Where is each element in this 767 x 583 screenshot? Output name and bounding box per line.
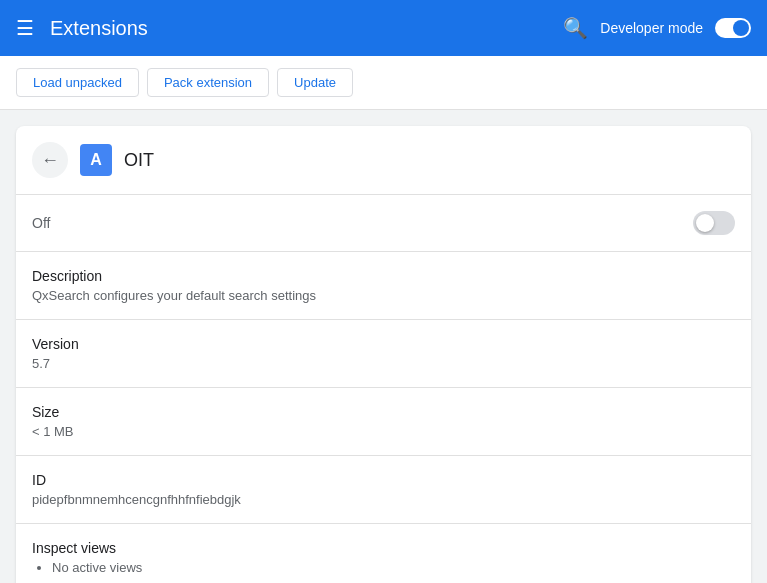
extension-toggle[interactable]	[693, 211, 735, 235]
size-section: Size < 1 MB	[16, 388, 751, 456]
header-left: ☰ Extensions	[16, 16, 148, 40]
id-section: ID pidepfbnmnemhcencgnfhhfnfiebdgjk	[16, 456, 751, 524]
load-unpacked-button[interactable]: Load unpacked	[16, 68, 139, 97]
size-label: Size	[32, 404, 735, 420]
search-icon[interactable]: 🔍	[563, 16, 588, 40]
description-label: Description	[32, 268, 735, 284]
extension-toggle-knob	[696, 214, 714, 232]
pack-extension-button[interactable]: Pack extension	[147, 68, 269, 97]
extension-detail-panel: ← A OIT Off Description QxSearch configu…	[16, 126, 751, 583]
status-label: Off	[32, 215, 50, 231]
size-value: < 1 MB	[32, 424, 735, 439]
description-section: Description QxSearch configures your def…	[16, 252, 751, 320]
extension-header: ← A OIT	[16, 126, 751, 195]
description-value: QxSearch configures your default search …	[32, 288, 735, 303]
hamburger-icon[interactable]: ☰	[16, 16, 34, 40]
extension-name: OIT	[124, 150, 154, 171]
status-row: Off	[16, 195, 751, 252]
app-header: ☰ Extensions 🔍 Developer mode	[0, 0, 767, 56]
version-label: Version	[32, 336, 735, 352]
header-right: 🔍 Developer mode	[563, 16, 751, 40]
version-value: 5.7	[32, 356, 735, 371]
developer-mode-label: Developer mode	[600, 20, 703, 36]
version-section: Version 5.7	[16, 320, 751, 388]
inspect-views-section: Inspect views No active views	[16, 524, 751, 583]
toolbar: Load unpacked Pack extension Update	[0, 56, 767, 110]
toggle-knob	[733, 20, 749, 36]
no-active-views-item: No active views	[52, 560, 735, 575]
update-button[interactable]: Update	[277, 68, 353, 97]
developer-mode-toggle[interactable]	[715, 18, 751, 38]
back-button[interactable]: ←	[32, 142, 68, 178]
inspect-views-list: No active views	[52, 560, 735, 575]
id-value: pidepfbnmnemhcencgnfhhfnfiebdgjk	[32, 492, 735, 507]
id-label: ID	[32, 472, 735, 488]
inspect-views-label: Inspect views	[32, 540, 735, 556]
main-content: ← A OIT Off Description QxSearch configu…	[0, 110, 767, 583]
app-title: Extensions	[50, 17, 148, 40]
extension-icon: A	[80, 144, 112, 176]
